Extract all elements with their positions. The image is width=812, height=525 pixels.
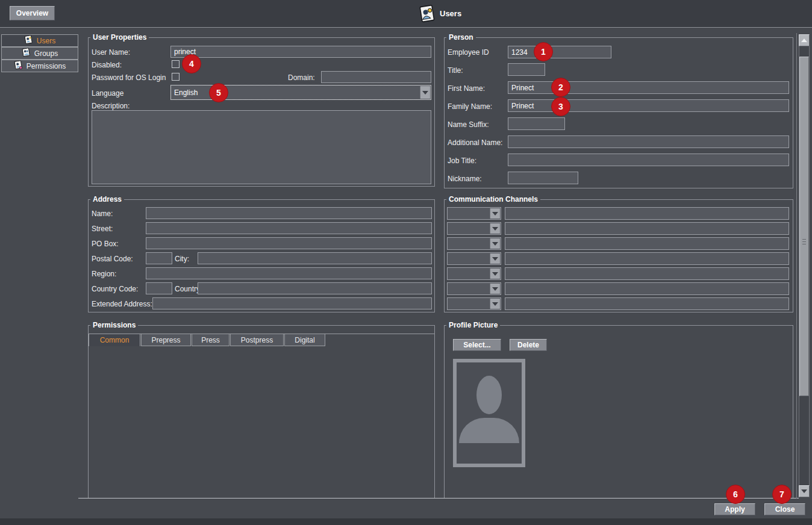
nickname-label: Nickname: xyxy=(448,175,482,183)
user-name-field[interactable]: prinect xyxy=(170,46,431,58)
close-button[interactable]: Close xyxy=(764,503,805,515)
name-suffix-field[interactable] xyxy=(508,117,565,130)
channel-type-dropdown[interactable] xyxy=(447,267,501,280)
channel-type-dropdown[interactable] xyxy=(447,222,501,235)
description-label: Description: xyxy=(92,102,130,110)
country-field[interactable] xyxy=(198,282,432,294)
sidebar-item-label: Groups xyxy=(34,49,58,58)
channel-type-dropdown[interactable] xyxy=(447,297,501,310)
annotation-badge-3: 3 xyxy=(551,97,570,116)
tab-postpress[interactable]: Postpress xyxy=(230,334,284,346)
street-label: Street: xyxy=(92,225,113,233)
scroll-up-button[interactable] xyxy=(799,34,810,46)
password-os-login-label: Password for OS Login xyxy=(92,73,166,82)
extended-address-label: Extended Address: xyxy=(92,300,152,308)
extended-address-field[interactable] xyxy=(152,297,432,309)
channel-value-field[interactable] xyxy=(505,207,789,220)
avatar-shoulders xyxy=(459,418,519,443)
content-right-edge xyxy=(796,33,797,499)
channel-value-field[interactable] xyxy=(505,297,789,310)
sidebar-item-groups[interactable]: Groups xyxy=(1,47,78,60)
password-os-login-checkbox[interactable] xyxy=(172,73,180,81)
street-field[interactable] xyxy=(146,222,432,234)
tab-prepress[interactable]: Prepress xyxy=(141,334,191,346)
postal-code-label: Postal Code: xyxy=(92,255,133,263)
channel-type-dropdown[interactable] xyxy=(447,237,501,250)
title-field[interactable] xyxy=(508,63,545,76)
top-bar: Overview Users xyxy=(0,0,812,28)
sidebar-item-users[interactable]: Users xyxy=(1,34,78,47)
group-title: Profile Picture xyxy=(446,321,500,330)
language-value: English xyxy=(174,89,198,97)
chevron-down-icon[interactable] xyxy=(490,223,500,234)
permission-card-icon xyxy=(14,60,23,72)
chevron-down-icon[interactable] xyxy=(490,253,500,264)
annotation-badge-4: 4 xyxy=(182,54,201,73)
description-textarea[interactable] xyxy=(92,110,431,184)
channel-type-dropdown[interactable] xyxy=(447,282,501,295)
additional-name-label: Additional Name: xyxy=(448,138,502,147)
family-name-field[interactable]: Prinect xyxy=(508,99,789,112)
channel-value-field[interactable] xyxy=(505,282,789,295)
annotation-badge-5: 5 xyxy=(209,83,228,102)
first-name-label: First Name: xyxy=(448,84,485,93)
chevron-down-icon[interactable] xyxy=(490,208,500,219)
job-title-label: Job Title: xyxy=(448,157,476,165)
region-field[interactable] xyxy=(146,267,432,279)
select-picture-button[interactable]: Select... xyxy=(453,339,501,351)
page-title: Users xyxy=(440,9,461,18)
disabled-checkbox[interactable] xyxy=(172,60,180,68)
chevron-down-icon[interactable] xyxy=(490,284,500,294)
scrollbar-thumb[interactable] xyxy=(799,57,809,396)
annotation-badge-2: 2 xyxy=(551,78,570,97)
chevron-down-icon[interactable] xyxy=(490,269,500,279)
city-field[interactable] xyxy=(198,252,432,264)
channel-type-dropdown[interactable] xyxy=(447,207,501,220)
city-label: City: xyxy=(175,255,189,263)
group-title: Person xyxy=(446,33,476,42)
title-label: Title: xyxy=(448,66,463,75)
country-code-field[interactable] xyxy=(146,282,172,294)
apply-button[interactable]: Apply xyxy=(714,503,755,515)
nickname-field[interactable] xyxy=(508,172,578,184)
chevron-down-icon[interactable] xyxy=(420,86,430,99)
job-title-field[interactable] xyxy=(508,154,789,166)
scroll-down-button[interactable] xyxy=(799,485,810,497)
user-name-label: User Name: xyxy=(92,48,130,57)
permissions-group: Permissions xyxy=(88,325,435,498)
group-title: User Properties xyxy=(90,33,149,42)
channel-value-field[interactable] xyxy=(505,267,789,280)
first-name-field[interactable]: Prinect xyxy=(508,81,789,94)
group-card-icon xyxy=(22,48,31,59)
address-name-field[interactable] xyxy=(146,207,432,219)
annotation-badge-6: 6 xyxy=(726,485,745,504)
chevron-down-icon[interactable] xyxy=(490,299,500,309)
channel-value-field[interactable] xyxy=(505,252,789,265)
sidebar-item-label: Users xyxy=(37,37,55,45)
channel-type-dropdown[interactable] xyxy=(447,252,501,265)
additional-name-field[interactable] xyxy=(508,135,789,148)
chevron-down-icon[interactable] xyxy=(490,238,500,249)
thumb-grip-line xyxy=(802,244,806,244)
region-label: Region: xyxy=(92,270,116,278)
channel-value-field[interactable] xyxy=(505,237,789,250)
po-box-field[interactable] xyxy=(146,237,432,249)
group-title: Permissions xyxy=(90,321,138,330)
employee-id-field[interactable]: 1234 xyxy=(508,46,611,58)
tab-common[interactable]: Common xyxy=(89,334,140,346)
po-box-label: PO Box: xyxy=(92,240,119,248)
sidebar-item-permissions[interactable]: Permissions xyxy=(1,60,78,72)
overview-button[interactable]: Overview xyxy=(10,6,55,20)
postal-code-field[interactable] xyxy=(146,252,172,264)
users-icon xyxy=(418,4,436,26)
disabled-label: Disabled: xyxy=(92,61,122,69)
channel-value-field[interactable] xyxy=(505,222,789,235)
domain-field[interactable] xyxy=(321,71,431,83)
domain-label: Domain: xyxy=(288,73,315,82)
tab-press[interactable]: Press xyxy=(192,334,230,346)
tab-digital[interactable]: Digital xyxy=(284,334,325,346)
family-name-label: Family Name: xyxy=(448,102,492,111)
user-card-icon xyxy=(24,35,33,46)
delete-picture-button[interactable]: Delete xyxy=(510,339,547,351)
address-name-label: Name: xyxy=(92,210,113,218)
